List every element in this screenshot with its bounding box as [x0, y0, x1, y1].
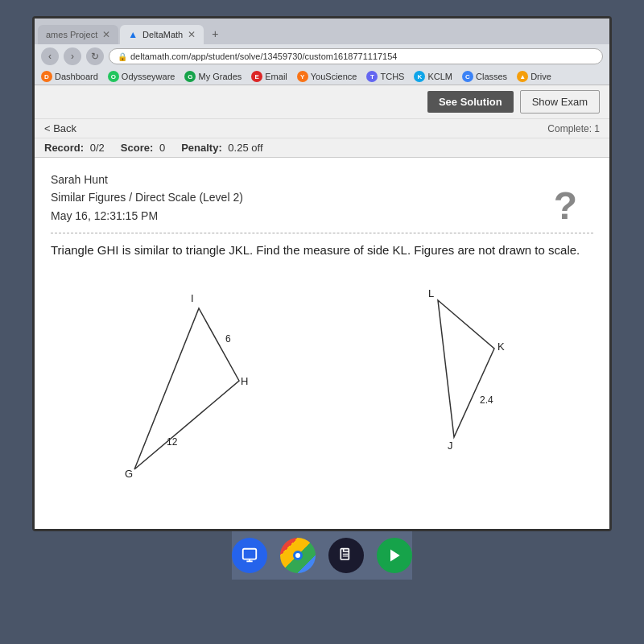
- tab-label: DeltaMath: [142, 30, 183, 39]
- triangle-ghi: I H G 6 12: [110, 284, 271, 485]
- tab-close-icon[interactable]: ✕: [102, 29, 110, 40]
- tab-close-icon[interactable]: ✕: [188, 29, 196, 40]
- student-info: Sarah Hunt Similar Figures / Direct Scal…: [51, 171, 593, 225]
- taskbar-files-icon[interactable]: [328, 538, 364, 573]
- bookmark-classes[interactable]: C Classes: [462, 71, 507, 82]
- bookmark-tchs[interactable]: T TCHS: [366, 71, 404, 82]
- score-value: 0: [159, 142, 165, 154]
- student-name: Sarah Hunt: [51, 171, 593, 188]
- forward-nav-button[interactable]: ›: [64, 47, 81, 65]
- back-button[interactable]: < Back: [44, 122, 76, 134]
- email-icon: E: [251, 71, 262, 82]
- score-label: Score: 0: [121, 142, 165, 154]
- bookmark-label: YouScience: [311, 72, 357, 81]
- app-toolbar: See Solution Show Exam: [35, 85, 609, 119]
- back-nav-button[interactable]: ‹: [41, 47, 59, 65]
- new-tab-button[interactable]: +: [205, 23, 225, 44]
- bookmarks-bar: D Dashboard O Odysseyware G My Grades E …: [35, 68, 609, 85]
- problem-info-area: Sarah Hunt Similar Figures / Direct Scal…: [51, 171, 593, 225]
- mygrades-icon: G: [184, 71, 196, 82]
- bookmark-label: Email: [265, 72, 287, 81]
- complete-text: Complete: 1: [547, 123, 600, 134]
- vertex-g-label: G: [125, 468, 133, 480]
- refresh-button[interactable]: ↻: [86, 47, 104, 65]
- student-subject: Similar Figures / Direct Scale (Level 2): [51, 188, 593, 206]
- taskbar-zoom-icon[interactable]: [232, 538, 267, 573]
- deltamath-favicon: ▲: [128, 29, 138, 40]
- record-label: Record: 0/2: [44, 142, 105, 154]
- triangles-area: I H G 6 12 L K: [51, 276, 593, 493]
- help-icon[interactable]: ?: [554, 184, 577, 228]
- bookmark-label: My Grades: [198, 72, 242, 81]
- browser-screen: ames Project ✕ ▲ DeltaMath ✕ + ‹ › ↻ 🔒 d…: [32, 16, 612, 531]
- taskbar-chrome-icon[interactable]: [280, 538, 316, 573]
- record-key: Record:: [44, 142, 84, 154]
- score-bar: Record: 0/2 Score: 0 Penalty: 0.25 off: [35, 138, 609, 158]
- laptop-frame: ames Project ✕ ▲ DeltaMath ✕ + ‹ › ↻ 🔒 d…: [0, 0, 644, 644]
- bookmark-label: Odysseyware: [122, 72, 175, 81]
- bookmark-label: Classes: [476, 72, 507, 81]
- browser-chrome: ames Project ✕ ▲ DeltaMath ✕ + ‹ › ↻ 🔒 d…: [35, 19, 609, 85]
- address-bar-row: ‹ › ↻ 🔒 deltamath.com/app/student/solve/…: [35, 44, 609, 68]
- problem-text: Triangle GHI is similar to triangle JKL.…: [51, 242, 593, 260]
- dashboard-icon: D: [41, 71, 52, 82]
- bookmark-mygrades[interactable]: G My Grades: [184, 71, 242, 82]
- kclm-icon: K: [414, 71, 425, 82]
- bookmark-label: KCLM: [427, 72, 452, 81]
- vertex-j-label: J: [448, 440, 453, 452]
- classes-icon: C: [462, 71, 473, 82]
- svg-rect-2: [243, 549, 257, 559]
- penalty-label: Penalty: 0.25 off: [181, 142, 262, 154]
- bookmark-label: Dashboard: [55, 72, 98, 81]
- tchs-icon: T: [366, 71, 378, 82]
- taskbar: [232, 531, 412, 580]
- tab-bar: ames Project ✕ ▲ DeltaMath ✕ +: [35, 19, 609, 44]
- bookmark-odysseyware[interactable]: O Odysseyware: [108, 71, 175, 82]
- penalty-key: Penalty:: [181, 142, 222, 154]
- side-ih-label: 6: [225, 333, 231, 345]
- svg-marker-1: [438, 300, 494, 437]
- student-date: May 16, 12:31:15 PM: [51, 207, 593, 225]
- svg-marker-0: [134, 308, 239, 469]
- address-text: deltamath.com/app/student/solve/13459730…: [130, 52, 397, 61]
- side-gi-label: 12: [167, 436, 178, 448]
- vertex-k-label: K: [497, 341, 505, 353]
- back-label: < Back: [44, 122, 76, 134]
- content-divider: [51, 233, 593, 233]
- app-area: See Solution Show Exam < Back Complete: …: [35, 85, 609, 529]
- bookmark-email[interactable]: E Email: [251, 71, 287, 82]
- bookmark-label: TCHS: [380, 72, 404, 81]
- record-value: 0/2: [90, 142, 105, 154]
- secondary-toolbar: < Back Complete: 1: [35, 119, 609, 138]
- bookmark-label: Drive: [530, 72, 551, 81]
- tab-deltamath[interactable]: ▲ DeltaMath ✕: [120, 25, 204, 44]
- vertex-i-label: I: [191, 292, 194, 304]
- bookmark-youscience[interactable]: Y YouScience: [297, 71, 357, 82]
- show-exam-button[interactable]: Show Exam: [520, 90, 600, 114]
- triangle-jkl: L K J 2.4: [390, 284, 535, 461]
- bookmark-dashboard[interactable]: D Dashboard: [41, 71, 98, 82]
- tab-ames-project[interactable]: ames Project ✕: [38, 25, 118, 44]
- score-key: Score:: [121, 142, 153, 154]
- youscience-icon: Y: [297, 71, 308, 82]
- problem-content: Sarah Hunt Similar Figures / Direct Scal…: [35, 158, 609, 529]
- vertex-l-label: L: [428, 287, 434, 299]
- see-solution-button[interactable]: See Solution: [427, 91, 514, 113]
- side-jk-label: 2.4: [480, 394, 493, 406]
- svg-marker-8: [390, 550, 400, 562]
- vertex-h-label: H: [241, 375, 248, 387]
- odysseyware-icon: O: [108, 71, 119, 82]
- bookmark-kclm[interactable]: K KCLM: [414, 71, 452, 82]
- bookmark-drive[interactable]: ▲ Drive: [517, 71, 551, 82]
- penalty-value: 0.25 off: [228, 142, 262, 154]
- drive-icon: ▲: [517, 71, 528, 82]
- lock-icon: 🔒: [118, 52, 127, 61]
- taskbar-play-icon[interactable]: [377, 538, 412, 573]
- tab-label: ames Project: [46, 30, 97, 39]
- address-bar[interactable]: 🔒 deltamath.com/app/student/solve/134597…: [109, 48, 603, 64]
